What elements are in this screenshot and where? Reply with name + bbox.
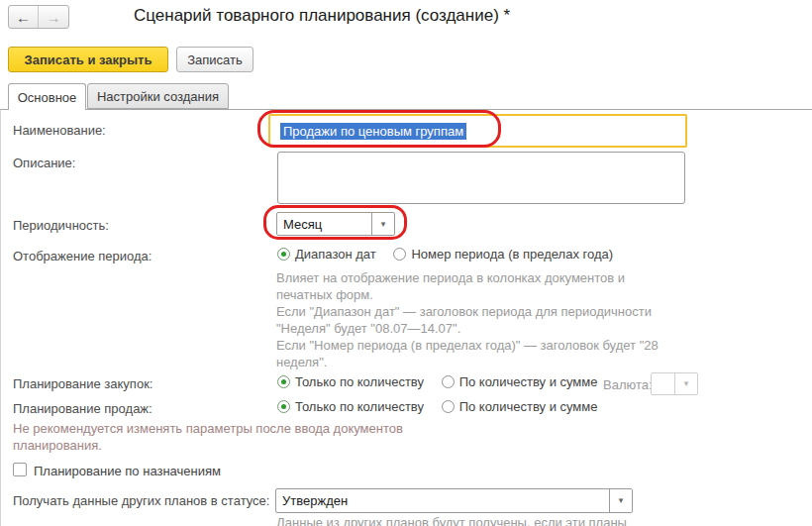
radio-purchase-qty-only-label: Только по количеству <box>295 374 424 389</box>
currency-select: ▾ <box>651 372 698 395</box>
scenario-form-window: ← → Сценарий товарного планирования (соз… <box>0 0 812 526</box>
period-hint-line: Если "Номер периода (в пределах года)" —… <box>276 338 659 353</box>
plans-status-label: Получать данные других планов в статусе: <box>13 493 269 508</box>
radio-date-range[interactable] <box>277 248 290 261</box>
radio-sales-qty-sum[interactable] <box>442 400 455 413</box>
description-textarea[interactable] <box>277 152 685 204</box>
period-hint-line: неделя". <box>276 355 327 369</box>
assignment-planning-checkbox[interactable] <box>13 463 27 476</box>
chevron-down-icon: ▾ <box>381 220 386 229</box>
period-hint-line: "Неделя" будет "08.07—14.07". <box>276 321 460 336</box>
tab-main[interactable]: Основное <box>8 83 86 110</box>
radio-period-number-label: Номер периода (в пределах года) <box>411 247 613 262</box>
plans-status-select[interactable]: Утвержден ▾ <box>275 488 633 513</box>
period-hint-line: печатных форм. <box>276 287 373 302</box>
currency-value <box>652 373 674 394</box>
warning-line: планирования. <box>13 438 102 453</box>
purchase-planning-label: Планирование закупок: <box>13 376 152 391</box>
plans-status-value: Утвержден <box>276 489 609 512</box>
periodicity-value: Месяц <box>277 213 371 235</box>
radio-purchase-qty-only[interactable] <box>277 375 290 388</box>
name-label: Наименование: <box>13 123 106 138</box>
back-arrow-icon: ← <box>16 9 31 26</box>
description-label: Описание: <box>13 156 75 170</box>
currency-dropdown-button: ▾ <box>674 373 697 394</box>
sales-planning-label: Планирование продаж: <box>13 401 152 416</box>
periodicity-label: Периодичность: <box>13 218 109 233</box>
radio-sales-qty-sum-label: По количеству и сумме <box>459 399 598 414</box>
periodicity-dropdown-button[interactable]: ▾ <box>371 213 394 235</box>
back-button[interactable]: ← <box>9 6 39 28</box>
chevron-down-icon: ▾ <box>684 379 689 388</box>
period-display-label: Отображение периода: <box>13 249 152 263</box>
warning-line: Не рекомендуется изменять параметры посл… <box>13 421 403 436</box>
page-title: Сценарий товарного планирования (создани… <box>134 6 510 26</box>
name-input-selected-text: Продажи по ценовым группам <box>280 123 466 140</box>
radio-date-range-label: Диапазон дат <box>295 247 376 262</box>
nav-history-group: ← → <box>8 5 69 29</box>
period-hint-line: Влияет на отображение периода в колонках… <box>276 270 625 285</box>
form-panel: Наименование: Продажи по ценовым группам… <box>0 109 812 526</box>
chevron-down-icon: ▾ <box>619 496 624 505</box>
periodicity-select[interactable]: Месяц ▾ <box>276 212 395 236</box>
currency-label: Валюта: <box>603 377 653 392</box>
plans-status-dropdown-button[interactable]: ▾ <box>609 489 632 512</box>
forward-button[interactable]: → <box>39 6 68 28</box>
radio-period-number[interactable] <box>393 248 406 261</box>
assignment-planning-label: Планирование по назначениям <box>34 464 221 478</box>
radio-purchase-qty-sum[interactable] <box>442 375 455 388</box>
radio-sales-qty-only-label: Только по количеству <box>295 399 424 414</box>
name-input[interactable]: Продажи по ценовым группам <box>268 114 687 148</box>
plans-status-hint: Данные из других планов будут получены, … <box>276 515 627 526</box>
save-and-close-button[interactable]: Записать и закрыть <box>8 47 168 72</box>
radio-purchase-qty-sum-label: По количеству и сумме <box>459 374 598 389</box>
period-hint-line: Если "Диапазон дат" — заголовок периода … <box>276 304 652 319</box>
save-button[interactable]: Записать <box>176 47 254 72</box>
forward-arrow-icon: → <box>47 9 61 26</box>
radio-sales-qty-only[interactable] <box>277 400 290 413</box>
tab-creation-settings[interactable]: Настройки создания <box>87 83 229 109</box>
